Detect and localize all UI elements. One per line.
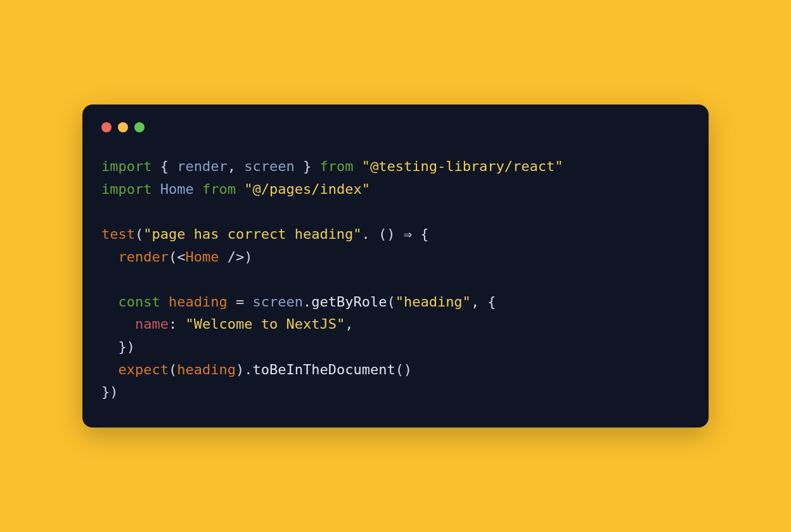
minimize-icon[interactable] bbox=[118, 122, 128, 132]
code-line: render(<Home />) bbox=[101, 249, 252, 265]
code-line: }) bbox=[101, 384, 119, 400]
code-block: import { render, screen } from "@testing… bbox=[101, 155, 690, 403]
code-line: import { render, screen } from "@testing… bbox=[101, 158, 563, 174]
code-card: import { render, screen } from "@testing… bbox=[82, 104, 709, 428]
code-line: expect(heading).toBeInTheDocument() bbox=[101, 362, 412, 377]
code-line: name: "Welcome to NextJS", bbox=[101, 316, 353, 332]
code-line: test("page has correct heading". () ⇒ { bbox=[101, 226, 429, 242]
maximize-icon[interactable] bbox=[134, 122, 145, 132]
close-icon[interactable] bbox=[101, 122, 112, 132]
code-line: }) bbox=[101, 339, 135, 355]
code-line: const heading = screen.getByRole("headin… bbox=[101, 294, 496, 310]
window-controls bbox=[101, 122, 690, 132]
code-line: import Home from "@/pages/index" bbox=[101, 181, 370, 197]
